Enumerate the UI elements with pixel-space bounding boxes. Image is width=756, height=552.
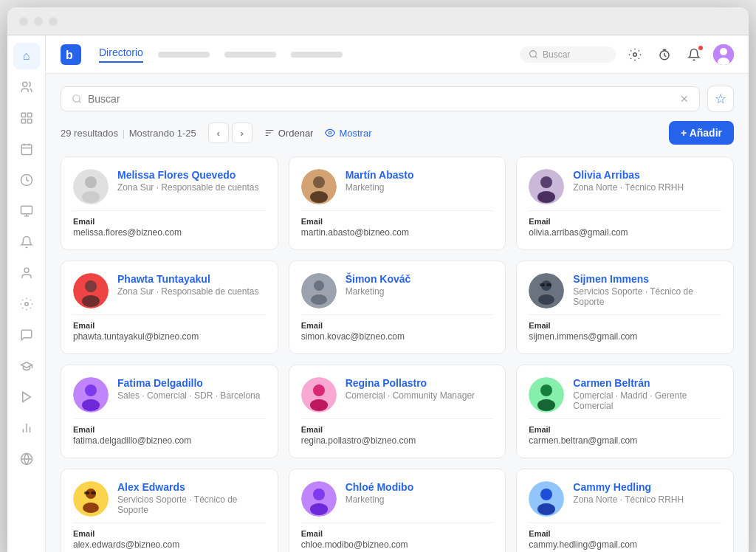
main-search-container[interactable]: ✕ <box>61 86 700 111</box>
prev-page-button[interactable]: ‹ <box>208 123 229 143</box>
add-contact-button[interactable]: + Añadir <box>669 121 734 145</box>
minimize-button[interactable] <box>34 17 43 26</box>
search-input[interactable] <box>88 93 674 105</box>
contact-email[interactable]: phawta.tuntayakul@bizneo.com <box>73 331 266 342</box>
contact-email[interactable]: regina.pollastro@bizneo.com <box>301 435 494 446</box>
sort-button[interactable]: Ordenar <box>264 128 314 139</box>
contact-name[interactable]: Sijmen Immens <box>573 273 721 285</box>
card-divider <box>529 522 721 523</box>
contact-card[interactable]: Olivia Arribas Zona Norte · Técnico RRHH… <box>516 156 734 250</box>
tab-directorio[interactable]: Directorio <box>99 46 143 63</box>
svg-point-75 <box>540 489 552 500</box>
clear-search-icon[interactable]: ✕ <box>680 93 689 105</box>
contact-email[interactable]: sijmen.immens@gmail.com <box>529 331 721 342</box>
contact-name[interactable]: Cammy Hedling <box>573 481 721 493</box>
svg-point-62 <box>310 399 328 411</box>
main-content: b Directorio Buscar <box>46 35 749 552</box>
top-search-box[interactable]: Buscar <box>520 46 616 63</box>
card-divider <box>529 314 721 315</box>
settings-icon[interactable] <box>625 44 645 65</box>
sidebar-item-graduation[interactable] <box>13 353 40 379</box>
contact-name[interactable]: Šimon Kováč <box>346 273 494 285</box>
next-page-button[interactable]: › <box>232 123 252 143</box>
card-email-section: Email fatima.delgadillo@bizneo.com <box>73 425 266 446</box>
user-avatar[interactable] <box>713 44 734 65</box>
sidebar-item-person[interactable] <box>13 260 40 286</box>
contact-name[interactable]: Carmen Beltrán <box>573 377 721 389</box>
top-navigation: b Directorio Buscar <box>46 35 749 74</box>
contact-email[interactable]: melissa.flores@bizneo.com <box>73 227 266 238</box>
maximize-button[interactable] <box>49 17 58 26</box>
contact-card[interactable]: Alex Edwards Servicios Soporte · Técnico… <box>61 469 278 552</box>
svg-point-13 <box>24 268 29 272</box>
sidebar-item-home[interactable]: ⌂ <box>13 43 40 69</box>
contact-name[interactable]: Olivia Arribas <box>573 169 721 181</box>
svg-point-59 <box>82 399 100 411</box>
contact-email[interactable]: alex.edwards@bizneo.com <box>73 539 266 550</box>
sidebar-item-grid[interactable] <box>13 105 40 131</box>
close-button[interactable] <box>19 17 28 26</box>
sidebar-item-settings[interactable] <box>13 291 40 317</box>
contact-email[interactable]: olivia.arribas@gmail.com <box>529 227 721 238</box>
contact-email[interactable]: chloe.modibo@bizneo.com <box>301 539 494 550</box>
contact-card[interactable]: Šimon Kováč Marketing Email simon.kovac@… <box>289 261 506 354</box>
card-divider <box>301 522 494 523</box>
svg-rect-3 <box>21 120 25 123</box>
svg-point-14 <box>24 303 28 306</box>
contact-name[interactable]: Chloé Modibo <box>346 481 494 493</box>
sidebar-item-clock[interactable] <box>13 167 40 193</box>
email-label: Email <box>529 321 721 330</box>
contact-card[interactable]: Phawta Tuntayakul Zona Sur · Responsable… <box>61 261 278 354</box>
sidebar-item-barchart[interactable] <box>13 415 40 441</box>
contact-name[interactable]: Alex Edwards <box>117 481 266 493</box>
email-label: Email <box>529 425 721 434</box>
sidebar-item-chat[interactable] <box>13 322 40 348</box>
sidebar-item-monitor[interactable] <box>13 198 40 224</box>
contact-meta: Comercial · Madrid · Gerente Comercial <box>573 390 721 411</box>
contact-card[interactable]: Regina Pollastro Comercial · Community M… <box>289 365 506 458</box>
contact-avatar <box>73 377 109 413</box>
sidebar-item-calendar[interactable] <box>13 136 40 162</box>
favorite-button[interactable]: ☆ <box>707 86 734 112</box>
card-email-section: Email alex.edwards@bizneo.com <box>73 529 266 550</box>
results-count: 29 resultados | Mostrando 1-25 <box>61 128 196 139</box>
contact-email[interactable]: cammy.hedling@gmail.com <box>529 539 721 550</box>
timer-icon[interactable] <box>654 44 675 65</box>
separator: | <box>123 128 128 139</box>
contact-name[interactable]: Martín Abasto <box>346 169 494 181</box>
contact-card[interactable]: Fatima Delgadillo Sales · Comercial · SD… <box>61 365 278 458</box>
email-label: Email <box>301 321 494 330</box>
contact-card[interactable]: Carmen Beltrán Comercial · Madrid · Gere… <box>516 365 734 458</box>
tab-placeholder-2 <box>224 52 276 58</box>
show-button[interactable]: Mostrar <box>325 128 371 139</box>
sidebar-item-globe[interactable] <box>13 446 40 472</box>
email-label: Email <box>73 529 266 538</box>
svg-point-58 <box>85 384 97 396</box>
contact-card[interactable]: Melissa Flores Quevedo Zona Sur · Respon… <box>61 156 278 250</box>
contact-card[interactable]: Sijmen Immens Servicios Soporte · Técnic… <box>516 261 734 354</box>
svg-point-65 <box>537 399 555 411</box>
contact-avatar <box>73 169 109 204</box>
svg-point-0 <box>22 82 27 86</box>
svg-rect-10 <box>21 206 32 214</box>
contact-name[interactable]: Regina Pollastro <box>346 377 494 389</box>
card-header: Olivia Arribas Zona Norte · Técnico RRHH <box>529 169 721 204</box>
svg-point-31 <box>73 95 80 102</box>
sidebar-item-users[interactable] <box>13 74 40 100</box>
contact-card[interactable]: Cammy Hedling Zona Norte · Técnico RRHH … <box>516 469 734 552</box>
sidebar-item-play[interactable] <box>13 384 40 410</box>
contact-name[interactable]: Phawta Tuntayakul <box>117 273 266 285</box>
contact-email[interactable]: fatima.delgadillo@bizneo.com <box>73 435 266 446</box>
sidebar-item-bell[interactable] <box>13 229 40 255</box>
contact-email[interactable]: simon.kovac@bizneo.com <box>301 331 494 342</box>
contact-card[interactable]: Chloé Modibo Marketing Email chloe.modib… <box>289 469 506 552</box>
contact-name[interactable]: Fatima Delgadillo <box>117 377 266 389</box>
contact-name[interactable]: Melissa Flores Quevedo <box>117 169 266 181</box>
contact-email[interactable]: martin.abasto@bizneo.com <box>301 227 494 238</box>
svg-point-42 <box>310 191 328 203</box>
email-label: Email <box>529 217 721 226</box>
svg-point-54 <box>538 294 554 305</box>
notification-icon[interactable] <box>684 44 704 65</box>
contact-card[interactable]: Martín Abasto Marketing Email martin.aba… <box>289 156 506 250</box>
contact-email[interactable]: carmen.beltran@gmail.com <box>529 435 721 446</box>
